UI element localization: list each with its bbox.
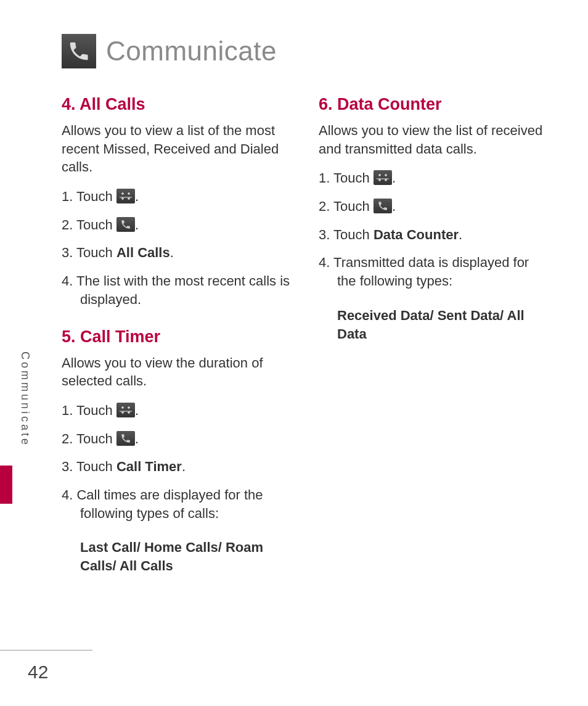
apps-grid-icon [116, 403, 135, 417]
step: Transmitted data is displayed for the fo… [319, 253, 551, 290]
side-tab-label: Communicate [0, 345, 33, 453]
step: Touch . [62, 187, 294, 206]
page-header: Communicate [62, 34, 551, 68]
call-history-icon [116, 217, 135, 232]
call-timer-types: Last Call/ Home Calls/ Roam Calls/ All C… [62, 538, 294, 575]
steps-list: Touch . Touch . Touch Data Counter. Tran… [319, 169, 551, 290]
apps-grid-icon [116, 189, 135, 203]
step: Touch All Calls. [62, 244, 294, 262]
step: Touch . [62, 401, 294, 420]
page-title: Communicate [106, 36, 277, 67]
section-intro: Allows you to view the duration of selec… [62, 354, 294, 390]
phone-icon [62, 34, 96, 68]
step: Touch . [319, 169, 551, 187]
section-title-data-counter: 6. Data Counter [319, 95, 551, 114]
section-intro: Allows you to view a list of the most re… [62, 121, 294, 176]
step: The list with the most recent calls is d… [62, 272, 294, 308]
section-title-call-timer: 5. Call Timer [62, 327, 294, 347]
footer-divider [0, 650, 92, 651]
apps-grid-icon [374, 170, 392, 185]
side-tab-marker [0, 466, 12, 504]
step: Touch . [62, 216, 294, 234]
left-column: 4. All Calls Allows you to view a list o… [62, 90, 294, 585]
call-history-icon [374, 199, 392, 213]
step: Touch Call Timer. [62, 458, 294, 476]
steps-list: Touch . Touch . Touch Call Timer. Call t… [62, 401, 294, 522]
step: Touch Data Counter. [319, 226, 551, 244]
call-history-icon [116, 431, 135, 446]
right-column: 6. Data Counter Allows you to view the l… [319, 90, 551, 585]
step: Call times are displayed for the followi… [62, 486, 294, 522]
step: Touch . [62, 430, 294, 448]
step: Touch . [319, 197, 551, 216]
side-tab: Communicate [0, 345, 15, 469]
data-counter-types: Received Data/ Sent Data/ All Data [319, 306, 551, 343]
steps-list: Touch . Touch . Touch All Calls. The lis… [62, 187, 294, 308]
section-intro: Allows you to view the list of received … [319, 121, 551, 158]
page-number: 42 [28, 662, 48, 683]
section-title-all-calls: 4. All Calls [62, 95, 294, 114]
